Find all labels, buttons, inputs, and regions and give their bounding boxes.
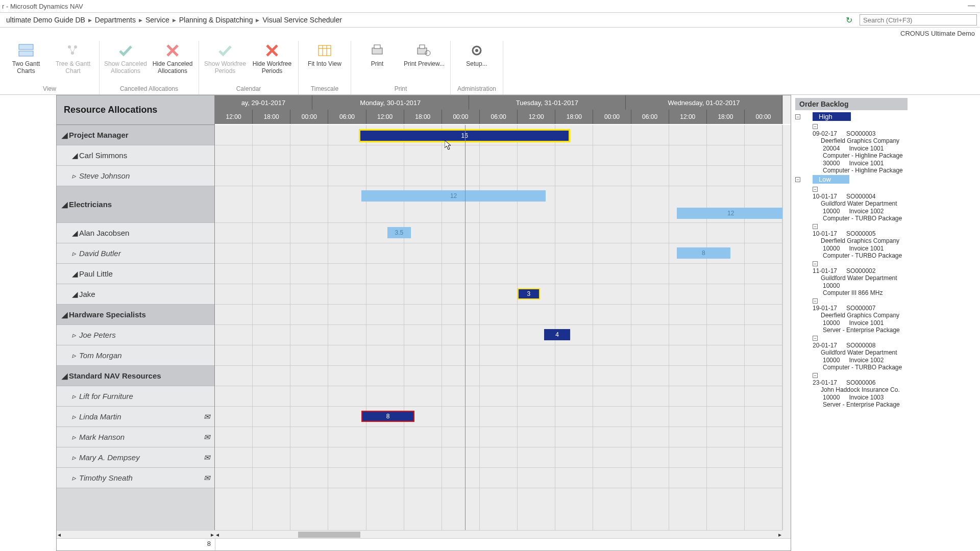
collapse-icon[interactable]: − [813, 187, 818, 192]
two-gantt-charts-button[interactable]: Two Gantt Charts [4, 41, 48, 74]
breadcrumb-item[interactable]: Planning & Dispatching [176, 16, 256, 24]
refresh-icon[interactable]: ↻ [843, 15, 855, 25]
print-button[interactable]: Print [355, 41, 399, 67]
expand-icon[interactable]: ◢ [62, 200, 69, 209]
backlog-order[interactable]: −19-01-17SO000007Deerfield Graphics Comp… [795, 296, 978, 319]
timeline-row[interactable] [215, 427, 782, 447]
collapse-icon[interactable]: − [813, 124, 818, 129]
expand-icon[interactable]: ◢ [62, 131, 69, 140]
resource-row[interactable]: ▹ Mark Hanson✉ [57, 427, 214, 447]
resource-row[interactable]: ▹ Linda Martin✉ [57, 407, 214, 427]
resource-row[interactable]: ◢ Paul Little [57, 264, 214, 284]
hide-canceled-button[interactable]: Hide Canceled Allocations [151, 41, 194, 74]
tree-gantt-chart-button[interactable]: Tree & Gantt Chart [51, 41, 95, 74]
resource-group[interactable]: ◢ Project Manager [57, 125, 214, 145]
priority-badge[interactable]: Low [813, 175, 849, 184]
expand-icon[interactable]: ◢ [62, 371, 69, 381]
show-canceled-button[interactable]: Show Canceled Allocations [104, 41, 148, 74]
allocation-bar[interactable]: 8 [361, 411, 415, 422]
resource-row[interactable]: ◢ Jake [57, 284, 214, 305]
timeline-row[interactable] [215, 325, 782, 345]
resource-row[interactable]: ◢ Carl Simmons [57, 145, 214, 166]
timeline-row[interactable] [215, 145, 782, 166]
resource-row[interactable]: ▹ Lift for Furniture [57, 386, 214, 407]
collapse-icon[interactable]: − [795, 177, 800, 182]
breadcrumb-item[interactable]: Visual Service Scheduler [259, 16, 345, 24]
allocation-bar[interactable]: 8 [677, 247, 730, 259]
timeline-row[interactable] [215, 345, 782, 366]
expand-icon[interactable]: ▹ [72, 412, 79, 421]
timeline-row[interactable] [215, 468, 782, 488]
vertical-scrollbar[interactable] [782, 125, 791, 530]
expand-icon[interactable]: ▹ [72, 171, 79, 181]
resource-row[interactable]: ▹ Tom Morgan [57, 345, 214, 366]
expand-icon[interactable]: ◢ [62, 310, 69, 319]
search-input[interactable] [860, 14, 977, 26]
resource-row[interactable]: ▹ Timothy Sneath✉ [57, 468, 214, 488]
allocation-bar[interactable]: 3.5 [387, 227, 411, 238]
breadcrumb-root[interactable]: ultimate Demo Guide DB [3, 16, 88, 24]
resource-row[interactable]: ▹ Mary A. Dempsey✉ [57, 447, 214, 468]
collapse-icon[interactable]: − [795, 114, 800, 119]
print-preview-button[interactable]: Print Preview... [402, 41, 446, 67]
show-workfree-button[interactable]: Show Workfree Periods [203, 41, 247, 74]
backlog-line[interactable]: 10000Invoice 1001Computer - TURBO Packag… [795, 244, 978, 259]
breadcrumb-item[interactable]: Service [142, 16, 173, 24]
setup-button[interactable]: Setup... [455, 41, 499, 67]
horizontal-scrollbar[interactable]: ◂▸ [215, 530, 782, 538]
timeline-row[interactable] [215, 284, 782, 305]
collapse-icon[interactable]: − [813, 373, 818, 378]
expand-icon[interactable]: ▹ [72, 433, 79, 442]
expand-icon[interactable]: ▹ [72, 331, 79, 340]
resource-group[interactable]: ◢ Standard NAV Resources [57, 366, 214, 386]
collapse-icon[interactable]: − [813, 224, 818, 229]
allocation-bar[interactable]: 4 [544, 329, 570, 340]
resource-row[interactable]: ◢ Alan Jacobsen [57, 223, 214, 243]
priority-badge[interactable]: High [813, 112, 851, 121]
expand-icon[interactable]: ▹ [72, 453, 79, 462]
expand-icon[interactable]: ▹ [72, 473, 79, 483]
backlog-line[interactable]: 10000Invoice 1002Computer - TURBO Packag… [795, 207, 978, 222]
timeline-row[interactable] [215, 386, 782, 407]
timeline-row[interactable] [215, 166, 782, 186]
timeline-row[interactable] [215, 264, 782, 284]
collapse-icon[interactable]: − [813, 298, 818, 304]
allocation-bar[interactable]: 16 [359, 129, 570, 142]
vertical-scrollbar[interactable] [782, 95, 791, 124]
backlog-line[interactable]: 10000Invoice 1003Server - Enterprise Pac… [795, 393, 978, 408]
minimize-icon[interactable]: — [968, 1, 975, 9]
expand-icon[interactable]: ▹ [72, 392, 79, 401]
allocation-bar[interactable]: 12 [677, 208, 782, 219]
backlog-line[interactable]: 10000Computer III 866 MHz [795, 282, 978, 296]
timeline-row[interactable] [215, 305, 782, 325]
backlog-tree[interactable]: −High−09-02-17SO000003Deerfield Graphics… [795, 110, 978, 408]
collapse-icon[interactable]: − [813, 261, 818, 266]
timeline-row[interactable] [215, 407, 782, 427]
breadcrumb-item[interactable]: Departments [92, 16, 139, 24]
timeline-grid[interactable]: 1612123.58348 [215, 125, 782, 530]
backlog-order[interactable]: −20-01-17SO000008Guildford Water Departm… [795, 334, 978, 356]
expand-icon[interactable]: ▹ [72, 249, 79, 258]
backlog-line[interactable]: 20004Invoice 1001Computer - Highline Pac… [795, 144, 978, 159]
fit-into-view-button[interactable]: Fit Into View [303, 41, 347, 67]
collapse-icon[interactable]: − [813, 336, 818, 341]
backlog-order[interactable]: −23-01-17SO000006John Haddock Insurance … [795, 371, 978, 393]
expand-icon[interactable]: ◢ [72, 151, 79, 160]
timeline-row[interactable] [215, 223, 782, 243]
resource-row[interactable]: ▹ Joe Peters [57, 325, 214, 345]
resource-row[interactable]: ▹ Steve Johnson [57, 166, 214, 186]
allocation-bar[interactable]: 3 [518, 288, 540, 299]
backlog-line[interactable]: 10000Invoice 1001Server - Enterprise Pac… [795, 319, 978, 334]
timeline-row[interactable] [215, 366, 782, 386]
allocation-bar[interactable]: 12 [361, 190, 546, 202]
hide-workfree-button[interactable]: Hide Workfree Periods [250, 41, 294, 74]
backlog-line[interactable]: 10000Invoice 1002Computer - TURBO Packag… [795, 356, 978, 371]
horizontal-scrollbar[interactable]: ◂▸ [57, 530, 215, 538]
resource-row[interactable]: ▹ David Butler [57, 243, 214, 264]
backlog-order[interactable]: −10-01-17SO000005Deerfield Graphics Comp… [795, 222, 978, 244]
timeline-row[interactable] [215, 447, 782, 468]
backlog-order[interactable]: −11-01-17SO000002Guildford Water Departm… [795, 259, 978, 282]
backlog-line[interactable]: 30000Invoice 1001Computer - Highline Pac… [795, 159, 978, 174]
backlog-order[interactable]: −10-01-17SO000004Guildford Water Departm… [795, 185, 978, 207]
resource-group[interactable]: ◢ Electricians [57, 186, 214, 223]
